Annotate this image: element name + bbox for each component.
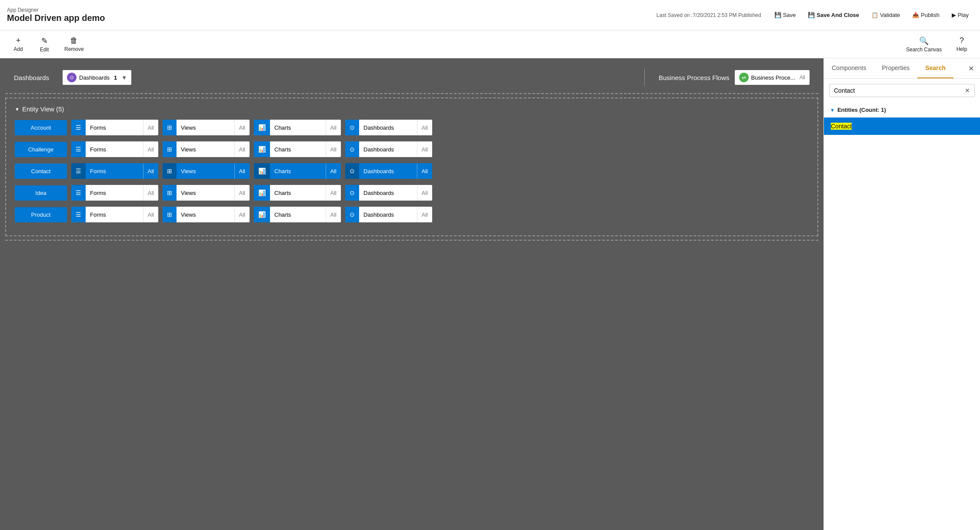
dashboards-pill[interactable]: ⊙ Dashboards 1 ▼ [63,70,131,85]
dashboards-entity-label: Dashboards [359,185,417,201]
forms-all[interactable]: All [143,185,158,201]
views-pill-product[interactable]: ⊞ Views All [163,207,250,222]
pencil-icon: ✎ [41,36,48,46]
charts-all[interactable]: All [326,164,341,179]
publish-button[interactable]: 📤 Publish [908,9,944,21]
entity-name-btn-challenge[interactable]: Challenge [15,142,67,157]
dashboards-pill-challenge[interactable]: ⊙ Dashboards All [345,141,432,157]
bottom-border [5,240,818,244]
charts-all[interactable]: All [326,142,341,157]
views-label: Views [177,142,234,157]
tab-properties[interactable]: Properties [874,58,917,78]
forms-all[interactable]: All [143,120,158,135]
views-all[interactable]: All [234,142,250,157]
search-canvas-icon: 🔍 [919,36,929,46]
views-label: Views [177,185,234,201]
dashboards-pill-product[interactable]: ⊙ Dashboards All [345,207,432,222]
top-bar-actions: Last Saved on :7/20/2021 2:53 PM Publish… [657,9,973,21]
views-pill-idea[interactable]: ⊞ Views All [163,185,250,201]
dashboards-all[interactable]: All [417,185,432,201]
main-area: Dashboards ⊙ Dashboards 1 ▼ Business Pro… [0,58,980,530]
entity-name-btn-idea[interactable]: Idea [15,185,67,201]
dashboards-pill-contact[interactable]: ⊙ Dashboards All [345,163,432,179]
views-pill-challenge[interactable]: ⊞ Views All [163,141,250,157]
canvas[interactable]: Dashboards ⊙ Dashboards 1 ▼ Business Pro… [0,58,823,530]
charts-label: Charts [270,164,326,179]
dashboards-pill-idea[interactable]: ⊙ Dashboards All [345,185,432,201]
dashboards-icon: ⊙ [345,207,359,222]
charts-icon: 📊 [254,141,270,157]
app-info: App Designer Model Driven app demo [7,7,105,23]
views-all[interactable]: All [234,120,250,135]
forms-label: Forms [86,164,143,179]
entity-name-btn-product[interactable]: Product [15,207,67,222]
play-icon: ▶ [952,12,956,18]
entities-collapse-icon[interactable]: ▼ [830,107,835,113]
dashboards-pill-account[interactable]: ⊙ Dashboards All [345,120,432,135]
charts-all[interactable]: All [326,185,341,201]
bpf-all-label: All [800,74,805,81]
dashboards-label: Dashboards [14,74,57,81]
search-input[interactable] [834,87,962,94]
views-pill-account[interactable]: ⊞ Views All [163,120,250,135]
save-button[interactable]: 💾 Save [770,9,800,21]
charts-icon: 📊 [254,120,270,135]
views-icon: ⊞ [163,163,177,179]
views-all[interactable]: All [234,185,250,201]
forms-label: Forms [86,207,143,222]
charts-pill-account[interactable]: 📊 Charts All [254,120,341,135]
views-all[interactable]: All [234,207,250,222]
close-panel-button[interactable]: ✕ [962,61,980,76]
forms-icon: ☰ [71,141,86,157]
dashboards-all[interactable]: All [417,142,432,157]
chevron-down-icon[interactable]: ▼ [121,74,127,81]
entity-name-btn-account[interactable]: Account [15,120,67,135]
views-pill-contact[interactable]: ⊞ Views All [163,163,250,179]
forms-pill-product[interactable]: ☰ Forms All [71,207,158,222]
forms-all[interactable]: All [143,207,158,222]
charts-pill-contact[interactable]: 📊 Charts All [254,163,341,179]
bpf-icon: ⇌ [739,73,749,82]
help-button[interactable]: ? Help [950,34,973,55]
dashboards-all[interactable]: All [417,164,432,179]
charts-icon: 📊 [254,207,270,222]
tab-search[interactable]: Search [917,58,953,78]
dashboards-icon: ⊙ [345,120,359,135]
dashboards-icon: ⊙ [345,185,359,201]
validate-button[interactable]: 📋 Validate [867,9,904,21]
forms-pill-idea[interactable]: ☰ Forms All [71,185,158,201]
edit-button[interactable]: ✎ Edit [33,34,56,55]
validate-icon: 📋 [871,12,878,18]
forms-label: Forms [86,142,143,157]
remove-button[interactable]: 🗑 Remove [59,34,89,55]
forms-all[interactable]: All [143,142,158,157]
charts-all[interactable]: All [326,207,341,222]
charts-all[interactable]: All [326,120,341,135]
toolbar-right: 🔍 Search Canvas ? Help [901,34,973,55]
collapse-arrow-icon[interactable]: ▼ [15,107,20,112]
clear-search-button[interactable]: ✕ [965,87,970,94]
charts-pill-challenge[interactable]: 📊 Charts All [254,141,341,157]
entity-name-btn-contact[interactable]: Contact [15,164,67,179]
forms-pill-challenge[interactable]: ☰ Forms All [71,141,158,157]
search-canvas-button[interactable]: 🔍 Search Canvas [901,34,947,55]
views-all[interactable]: All [234,164,250,179]
tab-components[interactable]: Components [824,58,874,78]
forms-all[interactable]: All [143,164,158,179]
add-button[interactable]: + Add [7,34,30,55]
forms-label: Forms [86,120,143,135]
bpf-pill[interactable]: ⇌ Business Proce... All [735,70,810,85]
forms-pill-account[interactable]: ☰ Forms All [71,120,158,135]
charts-pill-idea[interactable]: 📊 Charts All [254,185,341,201]
help-icon: ? [960,36,964,45]
search-result-contact[interactable]: Contact [824,117,980,135]
charts-pill-product[interactable]: 📊 Charts All [254,207,341,222]
forms-pill-contact[interactable]: ☰ Forms All [71,163,158,179]
play-button[interactable]: ▶ Play [947,9,973,21]
save-and-close-button[interactable]: 💾 Save And Close [803,9,863,21]
save-icon: 💾 [774,12,781,18]
dashboards-all[interactable]: All [417,207,432,222]
dashboards-entity-label: Dashboards [359,207,417,222]
dashboards-all[interactable]: All [417,120,432,135]
dashboards-count: 1 [114,74,117,81]
